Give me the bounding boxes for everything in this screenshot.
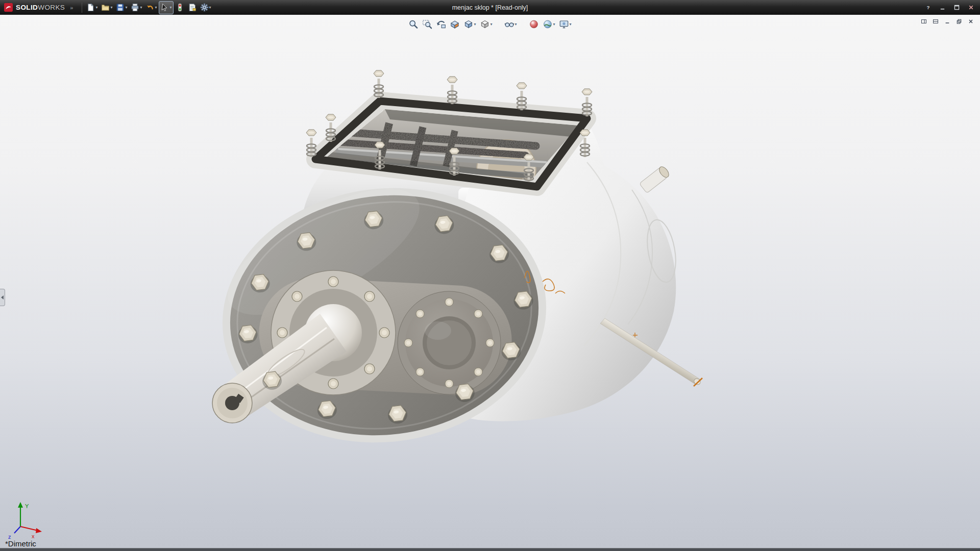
save-button[interactable]: ▾ <box>114 1 129 14</box>
winmax-icon <box>953 4 960 11</box>
apply-scene-button[interactable]: ▾ <box>542 17 557 31</box>
window-controls <box>921 0 978 15</box>
floppy-icon <box>116 3 125 12</box>
winrestore-icon <box>956 18 962 24</box>
undo-button[interactable]: ▾ <box>144 1 158 14</box>
solidworks-window: SOLIDWORKS » ▾▾▾▾▾▾▾ menjac sklop * [Rea… <box>0 0 980 551</box>
winclose-icon <box>968 18 974 24</box>
hide-show-items-dropdown-arrow[interactable]: ▾ <box>514 22 517 27</box>
dassault-logo-icon <box>4 3 13 12</box>
new-document-button[interactable]: ▾ <box>85 1 99 14</box>
winmin-icon <box>944 18 950 24</box>
cursor-icon <box>160 3 169 12</box>
winclose-icon <box>968 4 974 11</box>
zoomarea-icon <box>422 19 432 29</box>
brand-light-text: WORKS <box>38 4 65 11</box>
hide-show-items-button[interactable]: ▾ <box>503 17 518 31</box>
rebuild-button[interactable] <box>174 1 186 14</box>
view-orientation-dropdown-arrow[interactable]: ▾ <box>474 22 476 27</box>
ball-icon <box>529 19 539 29</box>
section-view-button[interactable] <box>448 17 461 31</box>
display-pane-bottom-button[interactable] <box>930 17 941 26</box>
brand-bold-text: SOLID <box>16 4 38 11</box>
app-logo[interactable]: SOLIDWORKS » <box>0 3 79 12</box>
edit-appearance-button[interactable] <box>528 17 541 31</box>
menu-expand-button[interactable]: » <box>68 5 75 11</box>
triad-y-label: Y <box>25 503 29 509</box>
close-button[interactable] <box>964 3 978 13</box>
rebuild-icon <box>176 3 184 12</box>
help-button[interactable] <box>921 3 935 13</box>
display-pane-left-button[interactable] <box>919 17 929 26</box>
triad-x-label: x <box>32 533 35 539</box>
options-button[interactable]: ▾ <box>199 1 213 14</box>
document-title: menjac sklop * [Read-only] <box>452 4 528 11</box>
open-dropdown-arrow[interactable]: ▾ <box>110 5 112 10</box>
orientation-triad: Y x z <box>8 502 42 540</box>
cube-icon <box>463 19 473 29</box>
props-icon <box>188 3 197 12</box>
scene-icon <box>543 19 553 29</box>
undo-icon <box>145 3 154 12</box>
titlebar: SOLIDWORKS » ▾▾▾▾▾▾▾ menjac sklop * [Rea… <box>0 0 980 15</box>
doc-restore-button[interactable] <box>954 17 964 26</box>
folder-icon <box>101 3 110 12</box>
headsup-view-toolbar: ▾▾▾▾▾ <box>407 17 573 31</box>
pane2-icon <box>933 18 939 24</box>
gearbox-assembly-model[interactable] <box>200 70 702 461</box>
printer-icon <box>131 3 139 12</box>
zoomfit-icon <box>408 19 418 29</box>
previous-view-button[interactable] <box>434 17 447 31</box>
open-button[interactable]: ▾ <box>100 1 114 14</box>
view-settings-dropdown-arrow[interactable]: ▾ <box>570 22 572 27</box>
options-icon <box>200 3 209 12</box>
minimize-button[interactable] <box>935 3 949 13</box>
view-settings-button[interactable]: ▾ <box>558 17 573 31</box>
select-dropdown-arrow[interactable]: ▾ <box>169 5 172 10</box>
doc-minimize-button[interactable] <box>942 17 952 26</box>
section-icon <box>450 19 459 29</box>
print-button[interactable]: ▾ <box>129 1 143 14</box>
breather-plug[interactable] <box>640 165 671 193</box>
graphics-area[interactable]: Y x z <box>0 15 980 551</box>
toolbar-separator <box>82 3 82 13</box>
taskbar-edge <box>0 548 980 551</box>
winmin-icon <box>939 4 946 11</box>
titlebar-toolbar: ▾▾▾▾▾▾▾ <box>85 1 212 14</box>
display-style-button[interactable]: ▾ <box>478 17 494 31</box>
view-orientation-button[interactable]: ▾ <box>462 17 477 31</box>
feature-tree-flyout-tab[interactable] <box>0 289 5 306</box>
new-document-dropdown-arrow[interactable]: ▾ <box>95 5 97 10</box>
maximize-button[interactable] <box>949 3 964 13</box>
flyout-arrow-icon <box>1 295 4 299</box>
undo-dropdown-arrow[interactable]: ▾ <box>155 5 157 10</box>
zoom-to-area-button[interactable] <box>421 17 433 31</box>
page-icon <box>86 3 95 12</box>
viewset-icon <box>559 19 569 29</box>
doc-close-button[interactable] <box>966 17 976 26</box>
print-dropdown-arrow[interactable]: ▾ <box>140 5 142 10</box>
side-cover[interactable] <box>398 291 501 394</box>
zoom-to-fit-button[interactable] <box>407 17 420 31</box>
options-dropdown-arrow[interactable]: ▾ <box>209 5 211 10</box>
file-properties-button[interactable] <box>186 1 198 14</box>
select-button[interactable]: ▾ <box>159 1 173 14</box>
glasses-icon <box>504 19 514 29</box>
display-style-dropdown-arrow[interactable]: ▾ <box>490 22 492 27</box>
prevview-icon <box>436 19 446 29</box>
help-icon <box>925 4 932 11</box>
app-name: SOLIDWORKS <box>16 4 65 11</box>
apply-scene-dropdown-arrow[interactable]: ▾ <box>553 22 555 27</box>
document-window-controls <box>919 17 976 26</box>
save-dropdown-arrow[interactable]: ▾ <box>125 5 127 10</box>
view-orientation-label: *Dimetric <box>5 539 36 548</box>
pane-icon <box>921 18 927 24</box>
dispstyle-icon <box>480 19 489 29</box>
